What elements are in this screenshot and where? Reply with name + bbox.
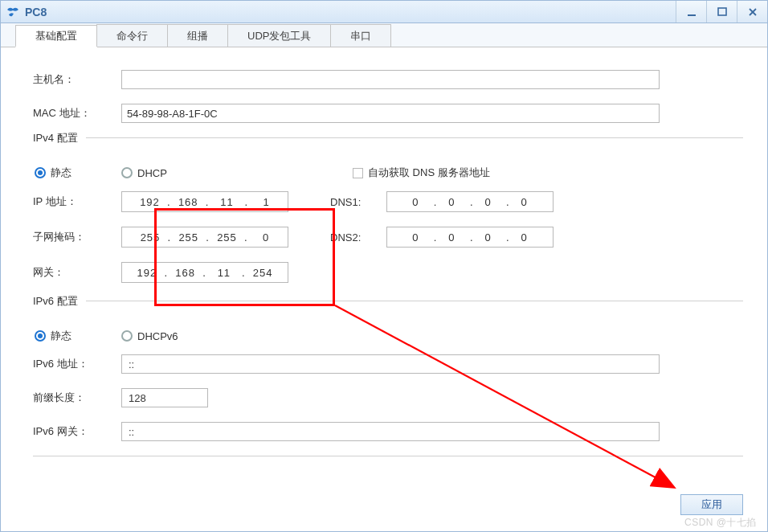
dns2-label: DNS2:: [330, 231, 386, 243]
gw-row: 网关：: [33, 262, 298, 283]
minimize-button[interactable]: [676, 1, 706, 23]
hostname-row: 主机名：: [33, 70, 743, 89]
apply-button[interactable]: 应用: [680, 494, 743, 515]
ip-row: IP 地址：: [33, 191, 298, 212]
ipv6-gw-row: IPv6 网关：: [33, 422, 743, 441]
ipv6-fieldset: IPv6 配置 静态 DHCPv6 IPv6 地址： 前缀长度：: [33, 301, 743, 441]
mask-input[interactable]: [121, 227, 288, 248]
bottom-divider: [33, 456, 743, 456]
ipv6-addr-row: IPv6 地址：: [33, 354, 743, 374]
config-panel: 主机名： MAC 地址： IPv4 配置 静态 DHCP: [1, 47, 767, 530]
ipv4-static-radio[interactable]: 静态: [35, 166, 100, 180]
ipv4-static-label: 静态: [51, 166, 71, 180]
tab-mcast[interactable]: 组播: [167, 24, 228, 47]
ip-input[interactable]: [121, 191, 288, 212]
tab-basic[interactable]: 基础配置: [15, 25, 97, 47]
radio-unchecked-icon: [121, 167, 133, 178]
window-title: PC8: [25, 6, 676, 18]
ip-label: IP 地址：: [33, 194, 121, 209]
ipv4-dhcp-radio[interactable]: DHCP: [121, 167, 332, 179]
ipv6-legend: IPv6 配置: [33, 294, 86, 309]
dns1-row: DNS1:: [330, 191, 587, 212]
window-controls: [676, 1, 767, 23]
dns1-label: DNS1:: [330, 196, 386, 208]
maximize-icon: [717, 6, 728, 18]
hostname-input[interactable]: [121, 70, 660, 89]
ipv6-static-radio[interactable]: 静态: [35, 329, 100, 343]
prefix-label: 前缀长度：: [33, 391, 121, 405]
ipv6-static-label: 静态: [51, 329, 71, 343]
dns1-input[interactable]: [386, 191, 554, 212]
ipv6-mode-row: 静态 DHCPv6: [33, 329, 743, 343]
mask-row: 子网掩码：: [33, 227, 298, 248]
ipv4-legend: IPv4 配置: [33, 131, 86, 145]
radio-checked-icon: [35, 167, 46, 178]
ipv4-dhcp-label: DHCP: [137, 167, 167, 179]
mac-input[interactable]: [121, 104, 660, 123]
tabstrip: 基础配置 命令行 组播 UDP发包工具 串口: [1, 23, 767, 47]
close-icon: [747, 6, 758, 18]
ipv6-gw-label: IPv6 网关：: [33, 424, 121, 439]
ipv6-addr-label: IPv6 地址：: [33, 357, 121, 371]
dns2-row: DNS2:: [330, 227, 587, 248]
checkbox-icon: [353, 168, 363, 178]
ipv4-fieldset: IPv4 配置 静态 DHCP 自动获取 DNS 服务器地址: [33, 137, 743, 297]
ipv6-dhcp-label: DHCPv6: [137, 330, 178, 342]
maximize-button[interactable]: [706, 1, 737, 23]
mac-label: MAC 地址：: [33, 106, 121, 121]
app-icon: [6, 5, 20, 19]
gw-label: 网关：: [33, 265, 121, 280]
radio-unchecked-icon: [121, 330, 133, 342]
ipv4-left-col: IP 地址： 子网掩码： 网关：: [33, 191, 298, 297]
close-button[interactable]: [737, 1, 767, 23]
gw-input[interactable]: [121, 262, 288, 283]
radio-checked-icon: [35, 330, 46, 342]
ipv4-mode-row: 静态 DHCP 自动获取 DNS 服务器地址: [33, 166, 743, 180]
titlebar: PC8: [1, 1, 767, 23]
tab-udp[interactable]: UDP发包工具: [227, 24, 331, 47]
prefix-input[interactable]: [121, 388, 208, 407]
minimize-icon: [686, 6, 697, 18]
ipv6-addr-input[interactable]: [121, 354, 660, 374]
tab-cli[interactable]: 命令行: [96, 24, 168, 47]
ipv6-dhcp-radio[interactable]: DHCPv6: [121, 330, 178, 342]
mac-row: MAC 地址：: [33, 104, 743, 123]
ipv4-grid: IP 地址： 子网掩码： 网关： DNS1:: [33, 191, 743, 297]
ipv4-right-col: DNS1: DNS2:: [298, 191, 587, 297]
tab-serial[interactable]: 串口: [330, 24, 391, 47]
window: PC8 基础配置 命令行 组播 UDP发包工具 串口 主机名： MAC 地址： …: [0, 0, 768, 532]
svg-rect-1: [718, 8, 726, 15]
ipv6-gw-input[interactable]: [121, 422, 660, 441]
svg-rect-0: [688, 14, 696, 16]
mask-label: 子网掩码：: [33, 230, 121, 244]
dns2-input[interactable]: [386, 227, 554, 248]
auto-dns-checkbox[interactable]: 自动获取 DNS 服务器地址: [353, 166, 490, 180]
auto-dns-label: 自动获取 DNS 服务器地址: [368, 166, 490, 180]
hostname-label: 主机名：: [33, 72, 121, 87]
prefix-row: 前缀长度：: [33, 388, 743, 407]
